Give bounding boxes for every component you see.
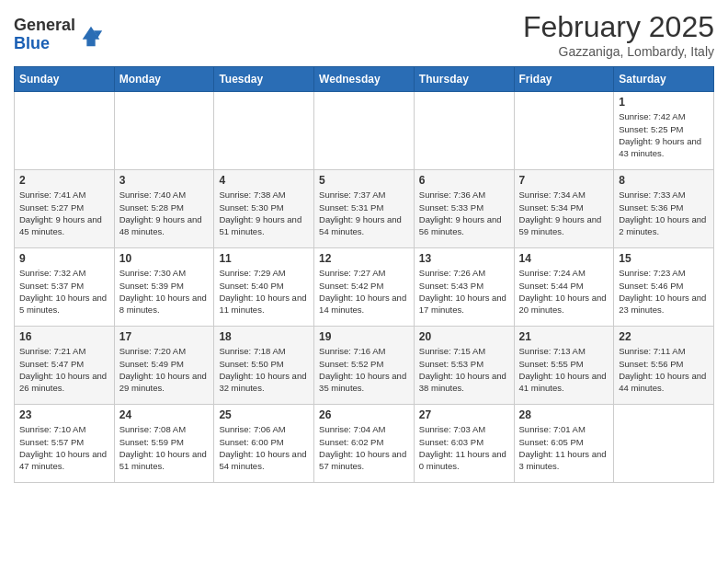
day-info: Sunrise: 7:20 AM Sunset: 5:49 PM Dayligh… [119, 345, 210, 394]
day-info: Sunrise: 7:15 AM Sunset: 5:53 PM Dayligh… [419, 345, 509, 394]
day-info: Sunrise: 7:38 AM Sunset: 5:30 PM Dayligh… [219, 189, 309, 237]
day-info: Sunrise: 7:32 AM Sunset: 5:37 PM Dayligh… [19, 267, 109, 316]
day-info: Sunrise: 7:21 AM Sunset: 5:47 PM Dayligh… [19, 345, 109, 394]
calendar-cell-w0-d2 [214, 92, 314, 170]
calendar-cell-w3-d2: 18Sunrise: 7:18 AM Sunset: 5:50 PM Dayli… [214, 327, 314, 405]
day-number: 12 [319, 252, 409, 265]
day-info: Sunrise: 7:23 AM Sunset: 5:46 PM Dayligh… [619, 267, 709, 316]
calendar-cell-w3-d3: 19Sunrise: 7:16 AM Sunset: 5:52 PM Dayli… [314, 327, 415, 405]
day-info: Sunrise: 7:37 AM Sunset: 5:31 PM Dayligh… [319, 189, 409, 237]
col-monday: Monday [114, 67, 214, 92]
week-row-0: 1Sunrise: 7:42 AM Sunset: 5:25 PM Daylig… [15, 92, 714, 170]
day-info: Sunrise: 7:03 AM Sunset: 6:03 PM Dayligh… [419, 423, 509, 472]
day-info: Sunrise: 7:41 AM Sunset: 5:27 PM Dayligh… [19, 189, 109, 237]
day-number: 11 [219, 252, 309, 265]
day-info: Sunrise: 7:01 AM Sunset: 6:05 PM Dayligh… [519, 423, 609, 472]
day-number: 6 [419, 174, 509, 187]
calendar-cell-w4-d6 [614, 405, 714, 483]
calendar-cell-w0-d4 [414, 92, 514, 170]
calendar-cell-w4-d2: 25Sunrise: 7:06 AM Sunset: 6:00 PM Dayli… [214, 405, 314, 483]
calendar-subtitle: Gazzaniga, Lombardy, Italy [523, 44, 714, 59]
calendar-cell-w1-d3: 5Sunrise: 7:37 AM Sunset: 5:31 PM Daylig… [314, 170, 415, 248]
page: General Blue February 2025 Gazzaniga, Lo… [0, 0, 728, 497]
day-info: Sunrise: 7:42 AM Sunset: 5:25 PM Dayligh… [619, 110, 709, 159]
calendar-header-row: Sunday Monday Tuesday Wednesday Thursday… [15, 67, 714, 92]
day-number: 9 [19, 252, 109, 265]
calendar-cell-w1-d6: 8Sunrise: 7:33 AM Sunset: 5:36 PM Daylig… [614, 170, 714, 248]
day-number: 21 [519, 330, 609, 343]
day-info: Sunrise: 7:33 AM Sunset: 5:36 PM Dayligh… [619, 189, 709, 237]
calendar-cell-w3-d4: 20Sunrise: 7:15 AM Sunset: 5:53 PM Dayli… [414, 327, 514, 405]
calendar-cell-w1-d4: 6Sunrise: 7:36 AM Sunset: 5:33 PM Daylig… [414, 170, 514, 248]
day-info: Sunrise: 7:16 AM Sunset: 5:52 PM Dayligh… [319, 345, 409, 394]
day-info: Sunrise: 7:06 AM Sunset: 6:00 PM Dayligh… [219, 423, 309, 472]
day-info: Sunrise: 7:40 AM Sunset: 5:28 PM Dayligh… [119, 189, 210, 237]
col-thursday: Thursday [414, 67, 514, 92]
day-number: 22 [619, 330, 709, 343]
col-saturday: Saturday [614, 67, 714, 92]
week-row-1: 2Sunrise: 7:41 AM Sunset: 5:27 PM Daylig… [15, 170, 714, 248]
calendar-cell-w0-d5 [514, 92, 614, 170]
calendar-cell-w2-d6: 15Sunrise: 7:23 AM Sunset: 5:46 PM Dayli… [614, 248, 714, 327]
day-number: 27 [419, 408, 509, 421]
day-number: 25 [219, 408, 309, 421]
day-info: Sunrise: 7:27 AM Sunset: 5:42 PM Dayligh… [319, 267, 409, 316]
day-number: 17 [119, 330, 210, 343]
calendar-table: Sunday Monday Tuesday Wednesday Thursday… [14, 66, 714, 483]
calendar-cell-w4-d4: 27Sunrise: 7:03 AM Sunset: 6:03 PM Dayli… [414, 405, 514, 483]
col-tuesday: Tuesday [214, 67, 314, 92]
calendar-cell-w0-d3 [314, 92, 415, 170]
calendar-cell-w0-d1 [114, 92, 214, 170]
day-info: Sunrise: 7:34 AM Sunset: 5:34 PM Dayligh… [519, 189, 609, 237]
calendar-cell-w1-d1: 3Sunrise: 7:40 AM Sunset: 5:28 PM Daylig… [114, 170, 214, 248]
day-number: 10 [119, 252, 210, 265]
calendar-cell-w1-d0: 2Sunrise: 7:41 AM Sunset: 5:27 PM Daylig… [15, 170, 115, 248]
calendar-cell-w3-d6: 22Sunrise: 7:11 AM Sunset: 5:56 PM Dayli… [614, 327, 714, 405]
calendar-title: February 2025 [523, 9, 714, 44]
day-number: 14 [519, 252, 609, 265]
calendar-cell-w2-d0: 9Sunrise: 7:32 AM Sunset: 5:37 PM Daylig… [15, 248, 115, 327]
day-number: 1 [619, 96, 709, 109]
day-info: Sunrise: 7:18 AM Sunset: 5:50 PM Dayligh… [219, 345, 309, 394]
day-info: Sunrise: 7:26 AM Sunset: 5:43 PM Dayligh… [419, 267, 509, 316]
col-sunday: Sunday [15, 67, 115, 92]
calendar-cell-w2-d5: 14Sunrise: 7:24 AM Sunset: 5:44 PM Dayli… [514, 248, 614, 327]
day-number: 26 [319, 408, 409, 421]
calendar-cell-w2-d4: 13Sunrise: 7:26 AM Sunset: 5:43 PM Dayli… [414, 248, 514, 327]
day-number: 16 [19, 330, 109, 343]
day-number: 2 [19, 174, 109, 187]
calendar-cell-w4-d5: 28Sunrise: 7:01 AM Sunset: 6:05 PM Dayli… [514, 405, 614, 483]
day-info: Sunrise: 7:04 AM Sunset: 6:02 PM Dayligh… [319, 423, 409, 472]
week-row-2: 9Sunrise: 7:32 AM Sunset: 5:37 PM Daylig… [15, 248, 714, 327]
calendar-cell-w3-d1: 17Sunrise: 7:20 AM Sunset: 5:49 PM Dayli… [114, 327, 214, 405]
calendar-cell-w1-d2: 4Sunrise: 7:38 AM Sunset: 5:30 PM Daylig… [214, 170, 314, 248]
logo: General Blue [14, 17, 104, 53]
calendar-cell-w4-d3: 26Sunrise: 7:04 AM Sunset: 6:02 PM Dayli… [314, 405, 415, 483]
day-number: 5 [319, 174, 409, 187]
logo-blue: Blue [14, 34, 50, 52]
day-number: 13 [419, 252, 509, 265]
calendar-cell-w0-d6: 1Sunrise: 7:42 AM Sunset: 5:25 PM Daylig… [614, 92, 714, 170]
svg-marker-0 [83, 26, 100, 45]
logo-text: General Blue [14, 17, 75, 53]
week-row-3: 16Sunrise: 7:21 AM Sunset: 5:47 PM Dayli… [15, 327, 714, 405]
col-friday: Friday [514, 67, 614, 92]
day-number: 19 [319, 330, 409, 343]
day-number: 24 [119, 408, 210, 421]
calendar-cell-w2-d3: 12Sunrise: 7:27 AM Sunset: 5:42 PM Dayli… [314, 248, 415, 327]
day-info: Sunrise: 7:10 AM Sunset: 5:57 PM Dayligh… [19, 423, 109, 472]
day-number: 20 [419, 330, 509, 343]
day-info: Sunrise: 7:29 AM Sunset: 5:40 PM Dayligh… [219, 267, 309, 316]
header: General Blue February 2025 Gazzaniga, Lo… [14, 9, 714, 59]
week-row-4: 23Sunrise: 7:10 AM Sunset: 5:57 PM Dayli… [15, 405, 714, 483]
calendar-cell-w2-d2: 11Sunrise: 7:29 AM Sunset: 5:40 PM Dayli… [214, 248, 314, 327]
day-number: 15 [619, 252, 709, 265]
day-number: 3 [119, 174, 210, 187]
day-info: Sunrise: 7:24 AM Sunset: 5:44 PM Dayligh… [519, 267, 609, 316]
day-info: Sunrise: 7:36 AM Sunset: 5:33 PM Dayligh… [419, 189, 509, 237]
day-info: Sunrise: 7:13 AM Sunset: 5:55 PM Dayligh… [519, 345, 609, 394]
calendar-cell-w4-d1: 24Sunrise: 7:08 AM Sunset: 5:59 PM Dayli… [114, 405, 214, 483]
day-number: 18 [219, 330, 309, 343]
title-block: February 2025 Gazzaniga, Lombardy, Italy [523, 9, 714, 59]
day-number: 28 [519, 408, 609, 421]
